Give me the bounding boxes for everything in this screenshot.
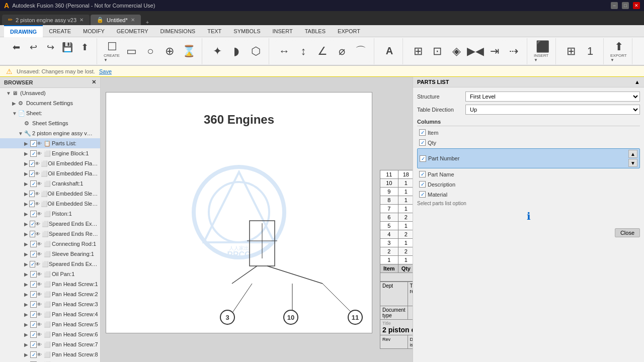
dim1-button[interactable]: ↔ [275,40,293,62]
parts-panel-collapse[interactable]: ▲ [634,79,640,85]
tab-drawing-close[interactable]: ✕ [79,17,84,23]
sym4-button[interactable]: ▶◀ [466,40,485,62]
create-button[interactable]: ☐CREATE ▼ [103,40,121,62]
tree-item-screw6[interactable]: ▶ ✓ 👁 ⬜ Pan Head Screw:6 [0,329,100,339]
tree-item-sheetsettings[interactable]: ⚙ Sheet Settings [0,118,100,128]
tree-item-assembly[interactable]: ▼ 🔧 2 piston engine assy v23: [0,128,100,138]
insert-button[interactable]: ⬛INSERT ▼ [533,40,551,62]
tab-untitled-close[interactable]: ✕ [131,17,135,23]
tree-item-screw2[interactable]: ▶ ✓ 👁 ⬜ Pan Head Screw:2 [0,289,100,299]
dim5-button[interactable]: ⌒ [352,40,370,62]
col-material-checkbox[interactable]: ✓ [419,191,426,198]
close-button[interactable]: Close [615,228,640,237]
back-button[interactable]: ⬅ [8,40,24,54]
tree-item-screw8[interactable]: ▶ ✓ 👁 ⬜ Pan Head Screw:8 [0,349,100,359]
canvas[interactable]: RRCG 人人家出 360 Engines [101,77,413,362]
close-button[interactable]: ✕ [633,2,640,9]
tree-item-speared1[interactable]: ▶ ✓ 👁 ⬜ Speared Ends Extern.. [0,219,100,229]
tree-item-unsaved[interactable]: ▼ 🖥 (Unsaved) [0,88,100,98]
ribbon-tab-create[interactable]: CREATE [43,25,77,37]
tree-item-screw5[interactable]: ▶ ✓ 👁 ⬜ Pan Head Screw:5 [0,319,100,329]
table2-button[interactable]: 1 [581,40,599,62]
hex-button[interactable]: ⬡ [247,40,265,62]
tree-toggle-unsaved[interactable]: ▼ [6,90,12,96]
tree-item-screw1[interactable]: ▶ ✓ 👁 ⬜ Pan Head Screw:1 [0,279,100,289]
tree-toggle-partslist[interactable]: ▶ [24,141,30,146]
browser-collapse[interactable]: ✕ [92,79,96,85]
tree-item-oil1[interactable]: ▶ ✓ 👁 ⬜ Oil Embedded Flanged.. [0,158,100,168]
app-title: Autodesk Fusion 360 (Personal - Not for … [12,3,155,9]
tree-item-screw7[interactable]: ▶ ✓ 👁 ⬜ Pan Head Screw:7 [0,339,100,349]
save-button[interactable]: 💾 [59,40,75,54]
forward-button[interactable]: ⬆ [76,40,93,54]
tree-item-piston[interactable]: ▶ ✓ 👁 ⬜ Piston:1 [0,209,100,219]
col-partnum-label: Part Number [428,155,459,161]
sym2-button[interactable]: ⊡ [428,40,446,62]
col-partnum-checkbox[interactable]: ✓ [420,155,426,162]
dim2-button[interactable]: ↕ [294,40,312,62]
rectangle-button[interactable]: ▭ [122,40,140,62]
tree-item-screw4[interactable]: ▶ ✓ 👁 ⬜ Pan Head Screw:4 [0,309,100,319]
export-button[interactable]: ⬆EXPORT ▼ [610,40,628,62]
ribbon-tab-export[interactable]: EXPORT [332,25,366,37]
ribbon-tab-symbols[interactable]: SYMBOLS [227,25,266,37]
tree-toggle-assembly[interactable]: ▼ [18,131,24,136]
col-item-checkbox[interactable]: ✓ [419,129,426,136]
text-button[interactable]: A [380,40,398,62]
table-direction-select[interactable]: Up Down [465,105,640,115]
sym5-button[interactable]: ⇥ [486,40,504,62]
trim-button[interactable]: ⌛ [180,40,198,62]
tree-item-sleeve1[interactable]: ▶ ✓ 👁 ⬜ Oil Embedded Sleeve 1.. [0,189,100,199]
col-description-checkbox[interactable]: ✓ [419,181,426,188]
tree-toggle-sheet[interactable]: ▼ [12,111,18,116]
tab-untitled[interactable]: 🔒 Untitled* ✕ [91,15,141,25]
col-partnum-row[interactable]: ✓ Part Number ▲ ▼ [417,148,640,168]
arc-button[interactable]: ◗ [227,40,246,62]
ribbon-tab-modify[interactable]: MODIFY [77,25,111,37]
minimize-button[interactable]: – [611,2,618,9]
dim4-button[interactable]: ⌀ [333,40,351,62]
projection-button[interactable]: ⊕ [160,40,179,62]
ribbon-tab-geometry[interactable]: GEOMETRY [111,25,154,37]
ribbon-tab-dimensions[interactable]: DIMENSIONS [154,25,202,37]
tree-item-sleeve2[interactable]: ▶ ✓ 👁 ⬜ Oil Embedded Sleeve 1.. [0,199,100,209]
tree-item-speared3[interactable]: ▶ ✓ 👁 ⬜ Speared Ends Extern.. [0,259,100,269]
tree-item-sheet[interactable]: ▼ 📄 Sheet: [0,108,100,118]
new-tab-button[interactable]: + [142,19,153,25]
ribbon-tab-drawing[interactable]: DRAWING [4,25,43,37]
ribbon-tab-text[interactable]: TEXT [201,25,227,37]
move-down-button[interactable]: ▼ [628,159,637,167]
ribbon-tab-tables[interactable]: TABLES [299,25,332,37]
sym1-button[interactable]: ⊞ [409,40,427,62]
point-button[interactable]: ✦ [208,40,226,62]
tree-item-speared2[interactable]: ▶ ✓ 👁 ⬜ Speared Ends Retain.. [0,229,100,239]
tree-item-oil2[interactable]: ▶ ✓ 👁 ⬜ Oil Embedded Flanged.. [0,168,100,178]
col-qty-checkbox[interactable]: ✓ [419,139,426,146]
browser-label: BROWSER [4,79,33,85]
structure-select[interactable]: First Level All Levels [465,92,640,102]
col-partname-checkbox[interactable]: ✓ [419,171,426,177]
redo-button[interactable]: ↪ [42,40,58,54]
table-button[interactable]: ⊞ [562,40,580,62]
move-up-button[interactable]: ▲ [628,150,637,158]
tree-item-oilpan[interactable]: ▶ ✓ 👁 ⬜ Oil Pan:1 [0,269,100,279]
circle-button[interactable]: ○ [141,40,159,62]
tree-item-sleevebearing[interactable]: ▶ ✓ 👁 ⬜ Sleeve Bearing:1 [0,249,100,259]
tree-item-engineblock[interactable]: ▶ ✓ 👁 ⬜ Engine Block:1 [0,148,100,158]
undo-button[interactable]: ↩ [25,40,41,54]
tab-drawing[interactable]: ✏ 2 piston engine assy v23 ✕ [2,15,90,25]
maximize-button[interactable]: □ [622,2,629,9]
tree-toggle-docsettings[interactable]: ▶ [12,101,18,106]
sym3-button[interactable]: ◈ [447,40,465,62]
ribbon-tab-insert[interactable]: INSERT [267,25,299,37]
tree-item-screw3[interactable]: ▶ ✓ 👁 ⬜ Pan Head Screw:3 [0,299,100,309]
tree-item-screw9[interactable]: ▶ ✓ 👁 ⬜ Pan Head Screw:9 [0,359,100,362]
tree-item-partslist[interactable]: ▶ ✓ 👁 📋 Parts List: [0,138,100,148]
tree-check-partslist[interactable]: ✓ [30,140,37,147]
tree-item-docsettings[interactable]: ▶ ⚙ Document Settings [0,98,100,108]
tree-item-connecting[interactable]: ▶ ✓ 👁 ⬜ Connecting Rod:1 [0,239,100,249]
sym6-button[interactable]: ⇢ [505,40,523,62]
save-link[interactable]: Save [99,68,112,74]
tree-item-crankshaft[interactable]: ▶ ✓ 👁 ⬜ Crankshaft:1 [0,178,100,189]
dim3-button[interactable]: ∠ [313,40,332,62]
